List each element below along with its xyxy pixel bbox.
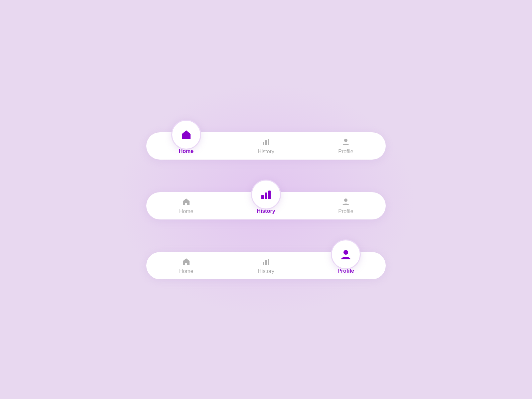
navbar-home-active: Home History Profile <box>146 120 386 160</box>
history-icon-inactive-3 <box>261 257 271 266</box>
svg-rect-6 <box>265 193 267 199</box>
navbar-profile-active: Home History Profile <box>146 239 386 279</box>
history-icon-active <box>260 188 272 201</box>
svg-point-8 <box>344 199 347 202</box>
svg-point-4 <box>344 139 347 142</box>
active-indicator-history <box>251 180 281 209</box>
nav-item-history-1[interactable]: History <box>226 137 306 155</box>
nav-item-history-3[interactable]: History <box>226 257 306 274</box>
svg-rect-5 <box>261 195 264 199</box>
svg-rect-1 <box>263 142 264 145</box>
profile-label-2: Profile <box>338 208 353 214</box>
nav-item-home-2[interactable]: Home <box>147 197 226 214</box>
svg-rect-2 <box>265 140 267 145</box>
svg-rect-11 <box>265 260 267 265</box>
navbar-history-active: Home History Profile <box>146 180 386 219</box>
nav-item-profile-1[interactable]: Profile <box>306 137 385 155</box>
svg-rect-7 <box>268 191 271 199</box>
nav-item-profile-2[interactable]: Profile <box>306 197 385 214</box>
profile-label-1: Profile <box>338 149 353 155</box>
history-label-3: History <box>258 268 274 274</box>
profile-icon-active <box>339 248 352 261</box>
svg-rect-10 <box>263 262 264 265</box>
profile-icon-inactive-2 <box>341 197 350 206</box>
home-label-2: Home <box>179 208 194 214</box>
history-label-1: History <box>258 149 274 155</box>
active-indicator-home <box>171 120 201 150</box>
profile-icon-inactive-1 <box>341 137 350 147</box>
svg-rect-0 <box>185 136 188 139</box>
svg-point-9 <box>343 250 348 255</box>
nav-item-home-3[interactable]: Home <box>147 257 226 274</box>
svg-rect-3 <box>268 139 269 145</box>
home-icon-active <box>180 128 193 141</box>
active-indicator-profile <box>331 239 361 269</box>
home-icon-inactive-2 <box>182 197 191 206</box>
home-icon-inactive-3 <box>182 257 191 266</box>
svg-rect-12 <box>268 259 269 265</box>
home-label-3: Home <box>179 268 194 274</box>
history-icon-inactive-1 <box>261 137 271 147</box>
